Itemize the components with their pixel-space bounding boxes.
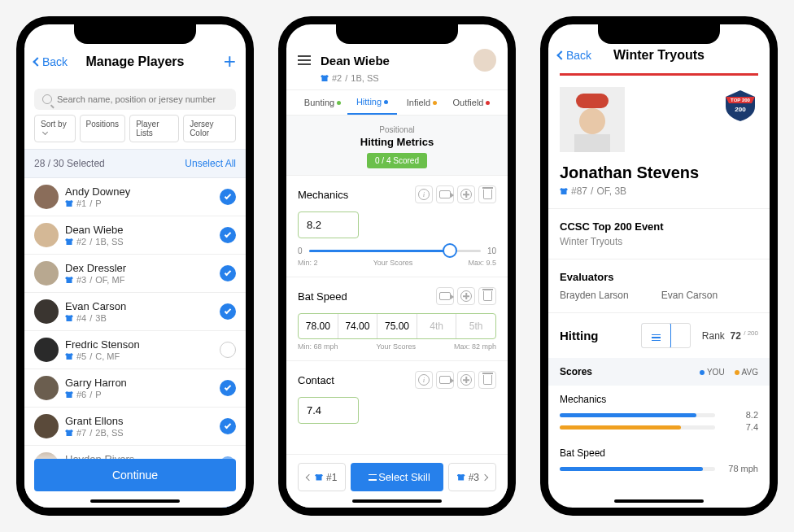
stat-label: Bat Speed [560, 447, 758, 459]
metric-bat-speed: Bat Speed 78.0074.0075.004th5th Min: 68 … [286, 277, 508, 360]
player-name: Dean Wiebe [65, 224, 220, 236]
player-info: Evan Carson #4 / 3B [65, 300, 220, 323]
player-name: Fredric Stenson [65, 338, 220, 351]
prev-player-button[interactable]: #1 [298, 463, 346, 491]
filter-row: Sort byPositionsPlayer ListsJersey Color [24, 115, 246, 149]
metric-mechanics: Mechanics 8.2 0 10 Min: 2 Your Scores Ma… [286, 175, 508, 277]
bat-value[interactable]: 74.00 [338, 314, 378, 338]
player-name: Evan Carson [65, 300, 220, 312]
plus-button[interactable] [457, 185, 475, 203]
evaluators-list: Brayden LarsonEvan Carson [560, 290, 758, 301]
jersey-icon [65, 353, 73, 360]
metric-label: Mechanics [298, 189, 412, 201]
info-button[interactable] [415, 185, 433, 203]
skill-tab[interactable]: Bunting [298, 97, 347, 115]
evaluator: Evan Carson [661, 290, 718, 301]
camera-button[interactable] [436, 287, 454, 305]
player-row[interactable]: Dex Dressler #3 / OF, MF [24, 255, 246, 293]
player-row[interactable]: Evan Carson #4 / 3B [24, 293, 246, 331]
jersey-icon [560, 188, 568, 194]
next-player-button[interactable]: #3 [448, 463, 496, 491]
trash-button[interactable] [478, 185, 496, 203]
skill-tab[interactable]: Infield [397, 97, 447, 115]
plus-icon [460, 189, 472, 200]
chevron-left-icon [33, 57, 41, 66]
trash-button[interactable] [478, 287, 496, 305]
select-skill-button[interactable]: Select Skill [351, 463, 443, 491]
contact-input[interactable]: 7.4 [298, 397, 359, 424]
camera-button[interactable] [436, 185, 454, 203]
event-sub: Winter Tryouts [560, 236, 758, 247]
swap-icon [364, 473, 373, 482]
select-checkbox[interactable] [220, 189, 236, 205]
plus-icon [460, 290, 472, 302]
plus-button[interactable] [457, 287, 475, 305]
player-info: Dean Wiebe #2 / 1B, SS [65, 224, 220, 246]
bat-value[interactable]: 75.00 [377, 314, 417, 338]
player-row[interactable]: Andy Downey #1 / P [24, 178, 246, 216]
bat-speed-inputs[interactable]: 78.0074.0075.004th5th [298, 313, 496, 339]
rank: Rank 72 / 200 [702, 329, 758, 342]
select-checkbox[interactable] [220, 265, 236, 281]
back-label: Back [566, 49, 591, 62]
skill-tab[interactable]: Hitting [347, 97, 397, 115]
jersey-icon [65, 277, 73, 283]
stats-list: Mechanics 8.27.4Bat Speed 78 mph [548, 386, 770, 481]
player-meta: #2 / 1B, SS [65, 237, 220, 246]
jersey-icon [315, 474, 323, 481]
slider-thumb[interactable] [443, 243, 457, 258]
checkmark-icon [225, 422, 231, 429]
search-input[interactable] [57, 94, 228, 104]
bat-value[interactable]: 78.00 [299, 314, 338, 338]
home-indicator [352, 499, 442, 503]
select-checkbox[interactable] [220, 227, 236, 243]
bat-placeholder[interactable]: 5th [456, 314, 495, 338]
jersey-icon [457, 474, 465, 481]
player-row[interactable]: Garry Harron #6 / P [24, 369, 246, 408]
camera-button[interactable] [436, 371, 454, 389]
back-label: Back [42, 55, 68, 68]
plus-icon [460, 374, 472, 386]
grid-view-button[interactable] [670, 324, 690, 347]
search-field[interactable] [34, 89, 236, 110]
filter-button[interactable]: Jersey Color [183, 115, 236, 142]
legend-item: YOU [700, 368, 725, 377]
bat-placeholder[interactable]: 4th [417, 314, 457, 338]
select-checkbox[interactable] [220, 342, 236, 358]
filter-button[interactable]: Positions [80, 115, 126, 142]
status-dot [433, 101, 437, 105]
screen: Back Winter Tryouts TOP 200 200 Jonathan… [548, 24, 770, 508]
filter-button[interactable]: Sort by [34, 115, 76, 142]
svg-point-2 [579, 108, 605, 134]
svg-rect-1 [576, 94, 609, 108]
back-button[interactable]: Back [558, 49, 591, 62]
continue-button[interactable]: Continue [34, 459, 236, 491]
list-view-button[interactable] [641, 323, 671, 348]
player-meta: #2 / 1B, SS [321, 73, 496, 83]
player-row[interactable]: Grant Ellons #7 / 2B, SS [24, 408, 246, 446]
notch [336, 24, 458, 44]
select-checkbox[interactable] [220, 380, 236, 396]
phone-manage-players: Back Manage Players + Sort byPositionsPl… [16, 16, 254, 516]
scored-badge: 0 / 4 Scored [367, 153, 427, 168]
add-button[interactable]: + [224, 49, 236, 74]
back-button[interactable]: Back [34, 55, 68, 68]
trash-button[interactable] [478, 371, 496, 389]
selected-count: 28 / 30 Selected [34, 158, 105, 169]
unselect-all-button[interactable]: Unselect All [185, 158, 236, 169]
select-checkbox[interactable] [220, 418, 236, 434]
info-button[interactable] [415, 371, 433, 389]
camera-icon [439, 292, 451, 300]
menu-icon[interactable] [298, 55, 311, 65]
mechanics-slider[interactable]: 0 10 [298, 246, 496, 255]
skill-tab[interactable]: Outfield [447, 97, 496, 115]
legend: YOUAVG [700, 368, 758, 377]
plus-button[interactable] [457, 371, 475, 389]
view-toggle[interactable] [641, 323, 691, 348]
filter-button[interactable]: Player Lists [129, 115, 179, 142]
player-row[interactable]: Fredric Stenson #5 / C, MF [24, 331, 246, 369]
select-checkbox[interactable] [220, 303, 236, 320]
chevron-left-icon [306, 473, 312, 480]
mechanics-input[interactable]: 8.2 [298, 211, 359, 238]
player-row[interactable]: Dean Wiebe #2 / 1B, SS [24, 216, 246, 255]
